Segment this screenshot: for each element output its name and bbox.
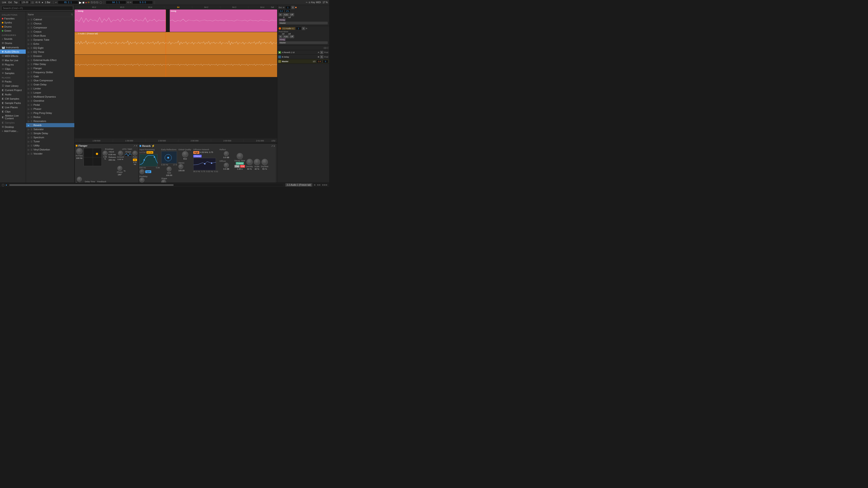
file-item-external-audio-effect[interactable]: ▷☰External Audio Effect (26, 58, 74, 62)
sidebar-item-packs[interactable]: ⊞ Packs (0, 79, 26, 84)
clip-freeze[interactable]: ... 2-Audio 1 (Freeze tail) (74, 32, 277, 55)
clip-reverb-s[interactable]: S (320, 51, 323, 54)
stereo-knob[interactable] (178, 164, 183, 169)
spin-tag[interactable]: Spin (145, 170, 151, 173)
sidebar-item-desktop[interactable]: ⊞ Desktop (0, 125, 26, 129)
file-item-erosion[interactable]: ▷☰Erosion (26, 54, 74, 58)
file-item-corpus[interactable]: ▷☰Corpus (26, 30, 74, 34)
tap-btn[interactable]: Tap (13, 1, 18, 4)
loop-toggle[interactable]: ⟲ (127, 1, 129, 4)
lfo-shape-display[interactable] (125, 153, 131, 156)
file-item-dynamic-tube[interactable]: ▷☰Dynamic Tube (26, 38, 74, 42)
link-btn[interactable]: Link (1, 1, 7, 4)
sidebar-item-instruments[interactable]: 🎹 Instruments (0, 45, 26, 50)
sidebar-item-audio-effects[interactable]: ◈ Audio Effects (0, 50, 26, 54)
session-header-btn3[interactable]: □ (327, 46, 328, 49)
hi-pass-knob[interactable] (76, 148, 83, 154)
stop-button[interactable]: ■ (83, 1, 84, 4)
file-item-eq-eight[interactable]: ▷☰EQ Eight (26, 46, 74, 50)
monitor-in-btn1[interactable]: In (279, 13, 282, 16)
clip-3[interactable] (74, 55, 277, 77)
sidebar-item-samples[interactable]: ≋ Samples (0, 71, 26, 75)
sidebar-item-cm-samples[interactable]: ◧ CM Samples (0, 96, 26, 101)
record-button[interactable]: ● (85, 1, 87, 4)
clip-moog-left[interactable]: ... moog (74, 9, 166, 32)
er-display[interactable] (161, 151, 177, 164)
search-input[interactable] (1, 6, 73, 10)
session-header-btn1[interactable]: ◁ (323, 46, 325, 49)
lfo-amount-knob[interactable] (118, 151, 123, 156)
rate-knob[interactable] (132, 151, 137, 156)
sidebar-item-current-project[interactable]: ◧ Current Project (0, 88, 26, 92)
reverb-arrow-btn[interactable]: ↗ (271, 145, 273, 147)
ext-btn[interactable]: Ext (8, 1, 12, 4)
high-tag[interactable]: High (193, 151, 199, 154)
dry-wet-knob[interactable] (77, 177, 82, 182)
bpm-input[interactable] (19, 1, 31, 4)
hz-tag[interactable]: Hz (133, 159, 137, 161)
file-item-ping-pong-delay[interactable]: ▷☰Ping Pong Delay (26, 111, 74, 115)
freeze-btn[interactable]: Freeze (236, 162, 244, 165)
file-item-limiter[interactable]: ▷☰Limiter (26, 87, 74, 91)
phase-knob[interactable] (117, 166, 122, 171)
sidebar-item-plugins[interactable]: ⊞ Plug-ins (0, 62, 26, 67)
diffusion-display[interactable] (193, 158, 216, 170)
sidebar-item-midi-effects[interactable]: ⊡ MIDI Effects (0, 54, 26, 58)
file-item-reverb[interactable]: ▶☰Reverb (26, 123, 74, 127)
sidebar-item-green[interactable]: Green (0, 29, 26, 33)
flanger-display[interactable] (84, 148, 102, 166)
file-item-compressor[interactable]: ▷☰Compressor (26, 26, 74, 30)
bottom-scrollbar[interactable] (9, 184, 283, 186)
density-knob[interactable] (246, 159, 253, 165)
monitor-in-btn2[interactable]: In (279, 35, 282, 38)
clip-reverb-trigger[interactable]: ▶ (278, 51, 281, 54)
file-item-frequency-shifter[interactable]: ▷☰Frequency Shifter (26, 70, 74, 74)
file-item-cabinet[interactable]: ▷☰Cabinet (26, 18, 74, 22)
envelope-amount-knob[interactable] (103, 151, 107, 156)
file-item-drum-buss[interactable]: ▷☰Drum Buss (26, 34, 74, 38)
scale-knob[interactable] (254, 159, 260, 165)
quality-knob[interactable] (182, 151, 188, 158)
size-knob[interactable] (166, 166, 172, 171)
sidebar-item-samples2[interactable]: ◧ Samples (0, 121, 26, 125)
monitor-auto-btn1[interactable]: Auto (283, 13, 289, 16)
clip-moog-right[interactable]: moog (170, 9, 277, 32)
file-item-vocoder[interactable]: ▷☰Vocoder (26, 152, 74, 156)
filter-display[interactable] (140, 154, 158, 166)
sidebar-item-sample-packs[interactable]: ◧ Sample Packs (0, 101, 26, 105)
sidebar-item-drums-cat[interactable]: ⊞ Drums (0, 41, 26, 45)
sidebar-item-synths[interactable]: Synths (0, 21, 26, 25)
play-button[interactable]: ▶ (79, 1, 82, 4)
spin-knob[interactable] (140, 169, 145, 174)
sidebar-item-audio[interactable]: ◧ Audio (0, 92, 26, 96)
sidebar-item-live-places[interactable]: ◧ Live Places (0, 105, 26, 109)
file-item-flanger[interactable]: ▷☰Flanger (26, 66, 74, 70)
sidebar-item-drums[interactable]: Drums (0, 25, 26, 29)
clip-delay-trigger[interactable] (278, 56, 281, 58)
flanger-arrow-btn[interactable]: ↗ (133, 144, 135, 147)
flat-btn[interactable]: Flat (235, 165, 240, 168)
file-item-glue-compressor[interactable]: ▷☰Glue Compressor (26, 78, 74, 83)
file-item-grain-delay[interactable]: ▷☰Grain Delay (26, 83, 74, 87)
master-trigger[interactable] (278, 60, 281, 63)
monitor-off-btn2[interactable]: Off (289, 35, 294, 38)
file-item-pedal[interactable]: ▷☰Pedal (26, 103, 74, 107)
sidebar-item-sounds[interactable]: ♪ Sounds (0, 37, 26, 41)
mixer-track1-s-btn[interactable]: S (291, 6, 294, 9)
sort-icon[interactable]: ⇅ (71, 13, 73, 16)
file-item-filter-delay[interactable]: ▷☰Filter Delay (26, 62, 74, 66)
flanger-close-btn[interactable]: ✕ (135, 144, 137, 147)
mixer-track2-s-btn[interactable]: S (302, 27, 305, 30)
file-item-saturator[interactable]: ▷☰Saturator (26, 127, 74, 131)
sidebar-item-favorites[interactable]: Favorites (0, 17, 26, 21)
file-item-spectrum[interactable]: ▷☰Spectrum (26, 135, 74, 139)
reverb-dry-wet-knob[interactable] (261, 159, 268, 165)
monitor-off-btn1[interactable]: Off (289, 13, 294, 16)
chorus-tag[interactable]: Chorus (193, 155, 202, 158)
sidebar-item-add-folder[interactable]: + Add Folder... (0, 129, 26, 133)
lfo-sync-btn[interactable]: ⇆ (124, 166, 125, 176)
sidebar-item-clips[interactable]: ▭ Clips (0, 67, 26, 71)
decay-knob[interactable] (237, 153, 243, 159)
predelay-knob[interactable] (140, 177, 145, 183)
reflect-knob[interactable] (224, 151, 229, 156)
